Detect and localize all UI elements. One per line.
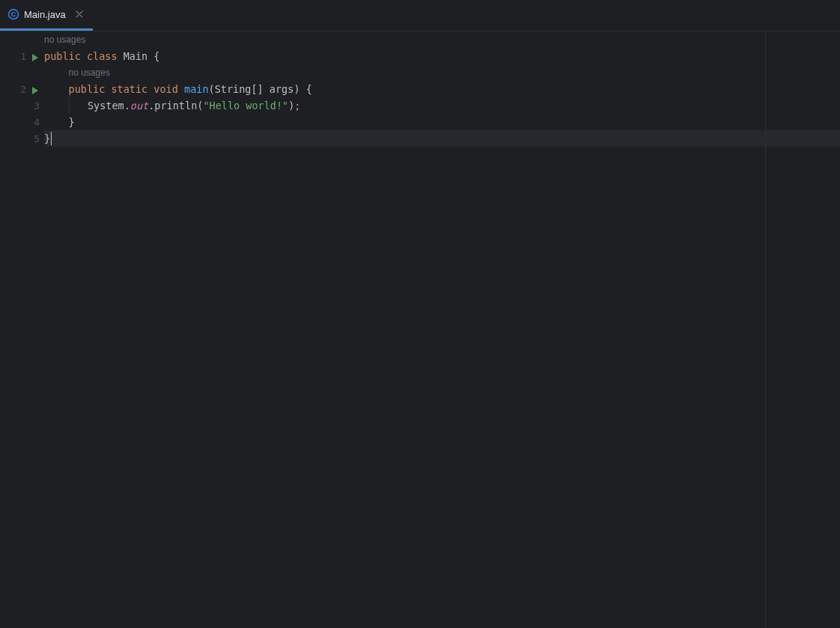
- gutter: 1 2 3 4 5: [0, 31, 44, 628]
- token-dot: .: [124, 100, 130, 112]
- token-keyword: class: [87, 50, 118, 62]
- token-class-name: Main: [124, 50, 148, 62]
- token-brace: {: [306, 83, 312, 95]
- token-brace: }: [69, 116, 75, 128]
- token-space: [264, 83, 270, 95]
- line-number: 5: [34, 133, 40, 144]
- code-line[interactable]: public static void main(String[] args) {: [44, 81, 840, 97]
- run-line-icon[interactable]: [31, 52, 40, 61]
- code-line[interactable]: public class Main {: [44, 48, 840, 64]
- token-paren: (: [209, 83, 215, 95]
- token-space: [118, 50, 124, 62]
- line-number: 3: [34, 100, 40, 112]
- token-keyword: void: [153, 83, 178, 95]
- code-editor[interactable]: 1 2 3 4 5 no usages public class Main {: [0, 31, 840, 628]
- token-space: [44, 67, 69, 79]
- java-class-icon: C: [7, 8, 19, 20]
- token-method-name: main: [184, 83, 209, 95]
- usage-hint-row: no usages: [44, 64, 840, 81]
- tab-bar: C Main.java: [0, 0, 840, 31]
- token-space: [147, 83, 153, 95]
- code-area[interactable]: no usages public class Main { no usages …: [44, 31, 840, 628]
- usage-hint-row: no usages: [44, 31, 840, 48]
- tab-filename: Main.java: [24, 9, 66, 20]
- usage-hint: no usages: [69, 67, 110, 78]
- token-brace: {: [153, 50, 159, 62]
- token-keyword: public: [44, 50, 81, 62]
- token-space: [44, 83, 69, 95]
- tab-main-java[interactable]: C Main.java: [0, 0, 93, 31]
- token-field: out: [130, 100, 148, 112]
- svg-text:C: C: [11, 10, 16, 18]
- token-keyword: static: [111, 83, 147, 95]
- token-space: [178, 83, 184, 95]
- token-method: println: [154, 100, 197, 112]
- token-space: [44, 100, 69, 112]
- token-semicolon: ;: [294, 100, 300, 112]
- token-paren: ): [288, 100, 294, 112]
- token-brackets: []: [251, 83, 263, 95]
- token-space: [70, 100, 88, 112]
- close-icon: [76, 10, 83, 18]
- token-space: [300, 83, 306, 95]
- code-line[interactable]: }: [44, 114, 840, 130]
- caret: [51, 132, 52, 145]
- token-dot: .: [148, 100, 154, 112]
- token-brace: }: [44, 132, 50, 144]
- line-number: 2: [20, 84, 26, 95]
- code-line[interactable]: System.out.println("Hello world!");: [44, 97, 840, 114]
- token-keyword: public: [69, 83, 106, 95]
- token-type: String: [215, 83, 252, 95]
- token-paren: ): [293, 83, 299, 95]
- code-line-current[interactable]: }: [44, 130, 840, 147]
- line-number: 1: [20, 51, 26, 62]
- token-space: [81, 50, 87, 62]
- token-param: args: [270, 83, 294, 95]
- line-number: 4: [34, 117, 40, 128]
- token-space: [44, 116, 69, 128]
- token-ident: System: [88, 100, 124, 112]
- token-paren: (: [197, 100, 203, 112]
- token-space: [147, 50, 153, 62]
- usage-hint: no usages: [44, 34, 85, 45]
- token-string: "Hello world!": [203, 100, 288, 112]
- tab-close-button[interactable]: [73, 8, 85, 20]
- token-space: [105, 83, 111, 95]
- run-line-icon[interactable]: [31, 85, 40, 94]
